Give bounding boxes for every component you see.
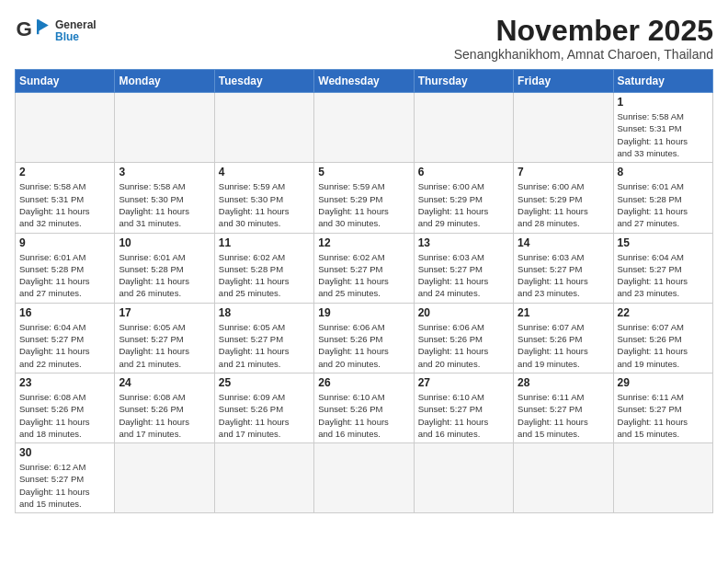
day-info: Sunrise: 5:59 AM Sunset: 5:30 PM Dayligh…: [219, 180, 310, 229]
calendar-week-row: 30Sunrise: 6:12 AM Sunset: 5:27 PM Dayli…: [16, 443, 713, 513]
svg-marker-1: [39, 19, 49, 31]
day-info: Sunrise: 6:04 AM Sunset: 5:27 PM Dayligh…: [618, 251, 709, 300]
weekday-header-sunday: Sunday: [16, 70, 115, 93]
calendar-cell: 13Sunrise: 6:03 AM Sunset: 5:27 PM Dayli…: [414, 233, 513, 303]
calendar-cell: 16Sunrise: 6:04 AM Sunset: 5:27 PM Dayli…: [16, 303, 115, 373]
day-info: Sunrise: 6:07 AM Sunset: 5:26 PM Dayligh…: [618, 321, 709, 370]
day-number: 17: [119, 306, 210, 319]
day-number: 16: [19, 306, 110, 319]
day-info: Sunrise: 6:06 AM Sunset: 5:26 PM Dayligh…: [418, 321, 509, 370]
calendar-cell: [115, 443, 214, 513]
day-info: Sunrise: 6:03 AM Sunset: 5:27 PM Dayligh…: [418, 251, 509, 300]
day-number: 18: [219, 306, 310, 319]
day-number: 4: [219, 166, 310, 178]
day-info: Sunrise: 6:05 AM Sunset: 5:27 PM Dayligh…: [219, 321, 310, 370]
calendar-cell: [414, 443, 513, 513]
day-info: Sunrise: 6:11 AM Sunset: 5:27 PM Dayligh…: [618, 391, 709, 440]
day-number: 30: [19, 446, 110, 459]
calendar-cell: 21Sunrise: 6:07 AM Sunset: 5:26 PM Dayli…: [514, 303, 613, 373]
calendar-cell: 11Sunrise: 6:02 AM Sunset: 5:28 PM Dayli…: [214, 233, 313, 303]
calendar-week-row: 23Sunrise: 6:08 AM Sunset: 5:26 PM Dayli…: [16, 373, 713, 442]
calendar-cell: 2Sunrise: 5:58 AM Sunset: 5:31 PM Daylig…: [16, 163, 115, 233]
calendar-cell: 10Sunrise: 6:01 AM Sunset: 5:28 PM Dayli…: [115, 233, 214, 303]
calendar-cell: [514, 443, 613, 513]
day-number: 11: [219, 236, 310, 249]
calendar-cell: 8Sunrise: 6:01 AM Sunset: 5:28 PM Daylig…: [613, 163, 712, 233]
month-title: November 2025: [454, 15, 713, 47]
logo: G General Blue: [15, 15, 97, 48]
day-number: 9: [19, 236, 110, 249]
svg-rect-2: [37, 19, 39, 34]
day-info: Sunrise: 5:58 AM Sunset: 5:31 PM Dayligh…: [19, 180, 110, 229]
day-number: 27: [418, 376, 509, 389]
day-info: Sunrise: 6:01 AM Sunset: 5:28 PM Dayligh…: [618, 180, 709, 229]
calendar-cell: 19Sunrise: 6:06 AM Sunset: 5:26 PM Dayli…: [314, 303, 414, 373]
logo-blue-text: Blue: [55, 31, 97, 43]
calendar-week-row: 1Sunrise: 5:58 AM Sunset: 5:31 PM Daylig…: [16, 93, 713, 163]
day-info: Sunrise: 6:02 AM Sunset: 5:28 PM Dayligh…: [219, 251, 310, 300]
calendar-cell: 1Sunrise: 5:58 AM Sunset: 5:31 PM Daylig…: [613, 93, 712, 163]
calendar-table: SundayMondayTuesdayWednesdayThursdayFrid…: [15, 69, 713, 513]
day-number: 19: [318, 306, 409, 319]
calendar-cell: 5Sunrise: 5:59 AM Sunset: 5:29 PM Daylig…: [314, 163, 414, 233]
weekday-header-thursday: Thursday: [414, 70, 513, 93]
day-number: 22: [618, 306, 709, 319]
calendar-cell: 22Sunrise: 6:07 AM Sunset: 5:26 PM Dayli…: [613, 303, 712, 373]
day-info: Sunrise: 6:01 AM Sunset: 5:28 PM Dayligh…: [19, 251, 110, 300]
day-number: 21: [518, 306, 609, 319]
calendar-cell: 15Sunrise: 6:04 AM Sunset: 5:27 PM Dayli…: [613, 233, 712, 303]
day-info: Sunrise: 6:12 AM Sunset: 5:27 PM Dayligh…: [19, 461, 110, 510]
day-info: Sunrise: 6:11 AM Sunset: 5:27 PM Dayligh…: [518, 391, 609, 440]
weekday-header-friday: Friday: [514, 70, 613, 93]
weekday-header-tuesday: Tuesday: [214, 70, 313, 93]
calendar-cell: [314, 93, 414, 163]
calendar-cell: 20Sunrise: 6:06 AM Sunset: 5:26 PM Dayli…: [414, 303, 513, 373]
calendar-cell: 25Sunrise: 6:09 AM Sunset: 5:26 PM Dayli…: [214, 373, 313, 442]
day-number: 6: [418, 166, 509, 178]
day-info: Sunrise: 5:58 AM Sunset: 5:31 PM Dayligh…: [618, 110, 709, 159]
page-header: G General Blue November 2025 Senangkhani…: [15, 15, 713, 62]
day-number: 7: [518, 166, 609, 178]
calendar-cell: 7Sunrise: 6:00 AM Sunset: 5:29 PM Daylig…: [514, 163, 613, 233]
day-number: 2: [19, 166, 110, 178]
calendar-cell: 12Sunrise: 6:02 AM Sunset: 5:27 PM Dayli…: [314, 233, 414, 303]
day-info: Sunrise: 6:09 AM Sunset: 5:26 PM Dayligh…: [219, 391, 310, 440]
calendar-cell: [214, 93, 313, 163]
title-section: November 2025 Senangkhanikhom, Amnat Cha…: [454, 15, 713, 62]
calendar-cell: [314, 443, 414, 513]
day-info: Sunrise: 6:10 AM Sunset: 5:27 PM Dayligh…: [418, 391, 509, 440]
day-number: 26: [318, 376, 409, 389]
day-info: Sunrise: 6:01 AM Sunset: 5:28 PM Dayligh…: [119, 251, 210, 300]
calendar-cell: [414, 93, 513, 163]
svg-text:G: G: [17, 17, 32, 40]
calendar-cell: 27Sunrise: 6:10 AM Sunset: 5:27 PM Dayli…: [414, 373, 513, 442]
day-number: 13: [418, 236, 509, 249]
day-number: 1: [618, 96, 709, 109]
day-number: 10: [119, 236, 210, 249]
calendar-cell: 30Sunrise: 6:12 AM Sunset: 5:27 PM Dayli…: [16, 443, 115, 513]
day-info: Sunrise: 6:06 AM Sunset: 5:26 PM Dayligh…: [318, 321, 409, 370]
calendar-cell: 28Sunrise: 6:11 AM Sunset: 5:27 PM Dayli…: [514, 373, 613, 442]
day-info: Sunrise: 6:08 AM Sunset: 5:26 PM Dayligh…: [119, 391, 210, 440]
calendar-week-row: 2Sunrise: 5:58 AM Sunset: 5:31 PM Daylig…: [16, 163, 713, 233]
day-info: Sunrise: 6:03 AM Sunset: 5:27 PM Dayligh…: [518, 251, 609, 300]
calendar-cell: 23Sunrise: 6:08 AM Sunset: 5:26 PM Dayli…: [16, 373, 115, 442]
day-number: 20: [418, 306, 509, 319]
day-number: 25: [219, 376, 310, 389]
calendar-cell: 6Sunrise: 6:00 AM Sunset: 5:29 PM Daylig…: [414, 163, 513, 233]
day-info: Sunrise: 6:08 AM Sunset: 5:26 PM Dayligh…: [19, 391, 110, 440]
day-number: 14: [518, 236, 609, 249]
calendar-cell: 26Sunrise: 6:10 AM Sunset: 5:26 PM Dayli…: [314, 373, 414, 442]
day-number: 8: [618, 166, 709, 178]
day-number: 12: [318, 236, 409, 249]
calendar-cell: 4Sunrise: 5:59 AM Sunset: 5:30 PM Daylig…: [214, 163, 313, 233]
day-number: 24: [119, 376, 210, 389]
day-info: Sunrise: 6:07 AM Sunset: 5:26 PM Dayligh…: [518, 321, 609, 370]
day-info: Sunrise: 6:00 AM Sunset: 5:29 PM Dayligh…: [518, 180, 609, 229]
day-number: 28: [518, 376, 609, 389]
day-info: Sunrise: 6:04 AM Sunset: 5:27 PM Dayligh…: [19, 321, 110, 370]
calendar-header-row: SundayMondayTuesdayWednesdayThursdayFrid…: [16, 70, 713, 93]
weekday-header-wednesday: Wednesday: [314, 70, 414, 93]
day-number: 3: [119, 166, 210, 178]
day-number: 15: [618, 236, 709, 249]
